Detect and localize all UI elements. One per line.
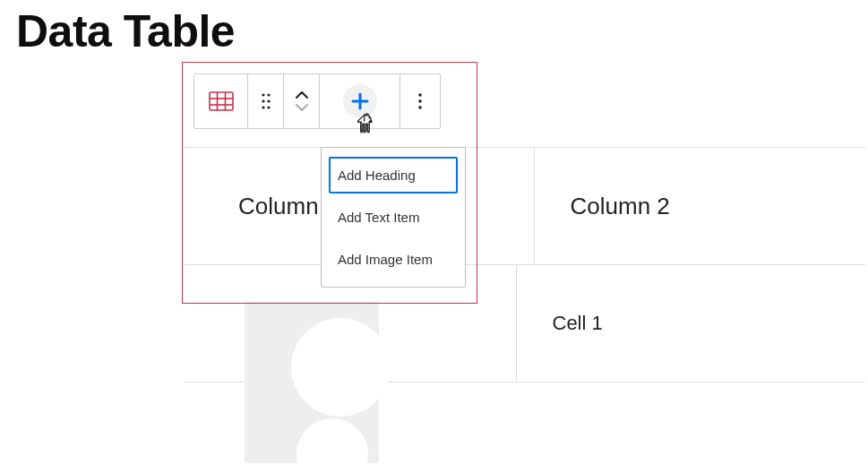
plus-icon <box>351 92 369 110</box>
dropdown-item-add-text[interactable]: Add Text Item <box>329 199 458 236</box>
chevron-up-icon <box>296 91 308 99</box>
more-options-button[interactable] <box>400 74 440 128</box>
chevron-down-icon <box>296 104 308 111</box>
move-up-button[interactable] <box>296 91 308 99</box>
svg-point-10 <box>267 106 270 108</box>
table-cell-1-2[interactable]: Cell 1 <box>517 265 866 382</box>
svg-point-7 <box>262 99 264 102</box>
svg-rect-0 <box>210 92 233 110</box>
add-button[interactable] <box>320 74 400 128</box>
dropdown-item-add-image[interactable]: Add Image Item <box>329 241 458 278</box>
dropdown-item-add-heading[interactable]: Add Heading <box>329 157 458 193</box>
svg-point-5 <box>262 93 264 96</box>
table-header-row: Column 1 Column 2 <box>185 148 865 265</box>
svg-point-14 <box>418 99 422 103</box>
svg-point-13 <box>418 93 422 97</box>
image-placeholder[interactable] <box>245 302 379 463</box>
svg-point-8 <box>267 99 270 102</box>
page-title: Data Table <box>16 5 235 57</box>
svg-point-6 <box>267 93 270 96</box>
svg-point-9 <box>262 106 264 108</box>
svg-point-15 <box>418 106 422 109</box>
drag-handle-button[interactable] <box>248 74 283 128</box>
move-down-button[interactable] <box>296 104 308 111</box>
block-toolbar <box>193 73 441 129</box>
more-vertical-icon <box>417 92 423 110</box>
drag-icon <box>260 92 272 110</box>
table-icon <box>209 91 234 111</box>
column-header-2[interactable]: Column 2 <box>535 148 866 264</box>
add-dropdown: Add Heading Add Text Item Add Image Item <box>321 147 466 288</box>
table-block-button[interactable] <box>194 74 247 128</box>
